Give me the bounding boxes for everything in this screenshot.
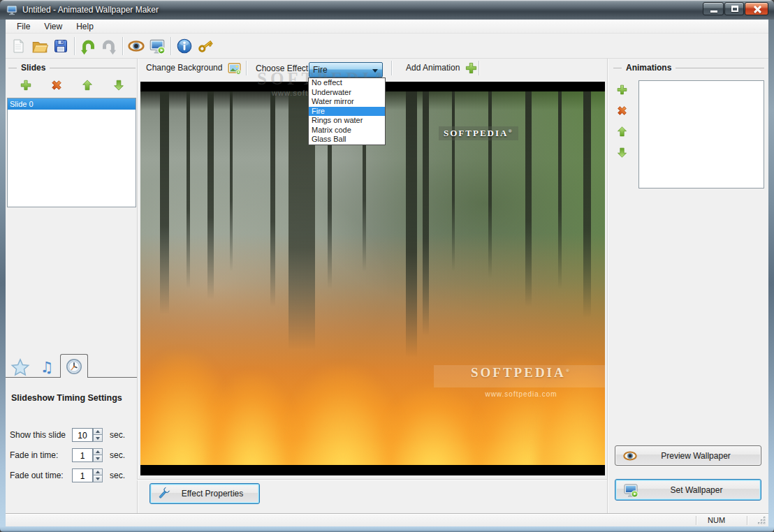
delete-slide-button[interactable] [50,79,63,91]
status-bar: NUM [6,513,768,526]
save-file-button[interactable] [50,36,71,57]
arrow-up-icon [616,126,628,138]
save-floppy-icon [52,38,69,54]
arrow-down-icon [112,79,125,91]
tree-trunk [525,91,532,316]
animations-panel: Animations [608,59,768,513]
preview-wallpaper-tool[interactable] [126,36,147,57]
animations-list[interactable] [638,80,764,189]
star-icon [10,357,30,377]
softpedia-watermark-bottom: SOFTPEDIA® www.softpedia.com [434,365,605,398]
window-border-right [768,20,774,526]
slides-panel: Slides Slide 0 [6,59,137,513]
spinner-up-icon [96,471,100,473]
window-title: Untitled - Animated Wallpaper Maker [22,5,159,15]
chevron-down-icon [372,69,378,73]
effect-properties-button[interactable]: Effect Properties [149,483,260,504]
tab-music[interactable]: ♫ [34,357,60,377]
window-border-bottom [0,526,774,532]
toolbar-separator [479,61,479,75]
arrow-down-icon [616,147,628,158]
effect-option[interactable]: Rings on water [309,116,385,126]
toolbar-separator [246,61,247,75]
preview-wallpaper-button[interactable]: Preview Wallpaper [615,445,761,466]
delete-x-icon [50,79,63,91]
open-file-button[interactable] [29,36,50,57]
undo-icon [79,37,97,55]
statusbar-separator [747,516,747,525]
spinner-up-button[interactable] [93,448,103,455]
effect-option-selected[interactable]: Fire [309,107,385,117]
window-border-left [0,20,6,526]
effect-option[interactable]: Glass Ball [309,135,385,145]
tab-effects[interactable] [7,357,34,377]
add-animation-button[interactable]: Add Animation [403,59,481,76]
animations-header: Animations [613,63,764,73]
license-key-button[interactable] [195,36,216,57]
fade-in-seconds-input[interactable] [72,448,93,462]
set-wallpaper-tool[interactable] [147,36,168,57]
spinner-up-icon [96,430,100,433]
new-document-button[interactable] [8,36,29,57]
move-slide-down-button[interactable] [112,79,125,91]
change-background-label: Change Background [146,63,222,73]
spinner-down-button[interactable] [93,475,103,482]
move-slide-up-button[interactable] [81,79,94,91]
effect-option[interactable]: No effect [309,78,385,88]
timing-unit: sec. [110,450,125,460]
main-toolbar [6,34,768,59]
photo-icon [227,61,242,75]
menu-help[interactable]: Help [69,20,101,33]
tree-trunk [230,91,233,279]
effect-combo-box[interactable]: Fire [309,62,383,77]
header-line [676,68,764,68]
arrow-up-icon [81,79,94,91]
about-button[interactable] [174,36,195,57]
eye-icon [127,37,145,55]
maximize-icon [731,6,738,12]
tree-trunk [583,91,591,327]
redo-icon [100,37,118,55]
title-bar[interactable]: Untitled - Animated Wallpaper Maker [0,0,774,20]
spinner-up-button[interactable] [93,428,103,435]
tree-trunk [488,91,492,286]
undo-button[interactable] [78,36,98,57]
minimize-button[interactable] [703,2,724,15]
tree-trunk [270,91,275,316]
effect-option[interactable]: Matrix code [309,126,385,135]
minimize-icon [710,10,717,13]
slides-header-label: Slides [21,63,45,73]
effect-option[interactable]: Water mirror [309,97,385,107]
resize-grip[interactable] [757,516,766,525]
spinner-down-icon [96,437,100,440]
delete-animation-button[interactable] [616,105,629,117]
music-note-icon: ♫ [41,359,54,376]
set-wallpaper-button[interactable]: Set Wallpaper [615,479,761,501]
move-animation-down-button[interactable] [616,147,629,159]
show-slide-seconds-input[interactable] [72,428,93,442]
spinner-up-button[interactable] [93,468,103,475]
menu-view[interactable]: View [37,20,69,33]
redo-button[interactable] [98,36,119,57]
menu-file[interactable]: File [10,20,37,33]
fade-out-seconds-input[interactable] [72,468,93,482]
plus-icon [616,84,628,96]
spinner-down-button[interactable] [93,435,103,442]
softpedia-url: www.softpedia.com [434,390,605,398]
header-line [8,68,17,68]
header-line [613,68,622,68]
slide-list-item[interactable]: Slide 0 [8,98,136,110]
maximize-button[interactable] [724,2,744,15]
slides-list[interactable]: Slide 0 [7,98,136,207]
add-slide-button[interactable] [20,79,32,91]
move-animation-up-button[interactable] [616,126,629,138]
choose-effect-label: Choose Effect: [256,64,311,73]
effect-option[interactable]: Underwater [309,88,385,98]
effect-combo-value: Fire [313,65,328,75]
tab-timing-selected[interactable] [60,354,88,378]
spinner-down-button[interactable] [93,455,103,462]
timing-unit: sec. [110,471,125,480]
change-background-button[interactable]: Change Background [143,59,244,76]
add-animation-item-button[interactable] [616,84,629,96]
close-button[interactable] [745,2,768,15]
